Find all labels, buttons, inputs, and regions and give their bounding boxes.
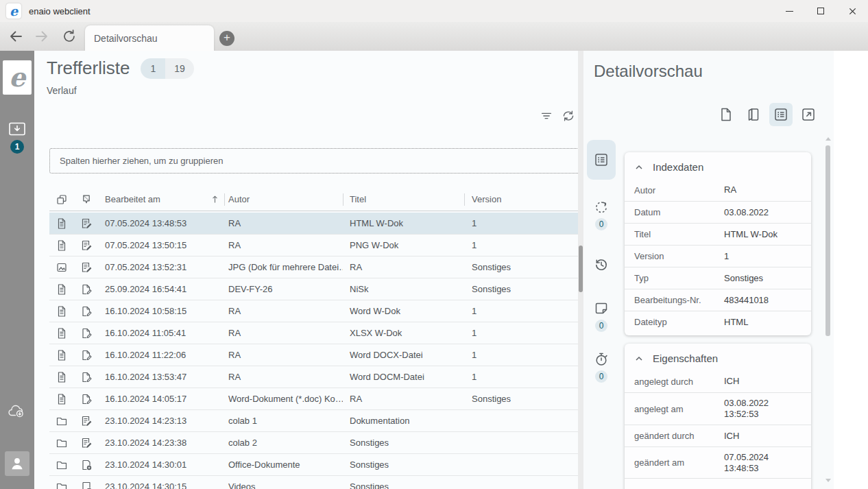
user-avatar-button[interactable] xyxy=(5,451,29,476)
enaio-sidebar-logo[interactable]: e xyxy=(3,60,32,95)
cell-version: 1 xyxy=(464,350,584,360)
folder-icon xyxy=(56,437,68,449)
page-edit-icon xyxy=(80,393,93,405)
document-edit-icon xyxy=(80,239,93,252)
table-row[interactable]: 07.05.2024 13:52:31JPG (Dok für mehrere … xyxy=(49,257,588,278)
forward-button[interactable] xyxy=(34,28,50,45)
rail-item-indexdata-list[interactable] xyxy=(587,140,616,180)
cell-bearbeitet-am: 07.05.2024 13:50:15 xyxy=(99,240,224,250)
table-row[interactable]: 23.10.2024 14:23:38colab 2Sonstiges xyxy=(49,432,588,454)
field-value: ICH xyxy=(724,431,801,442)
image-icon xyxy=(56,261,68,274)
column-divider[interactable] xyxy=(464,193,465,206)
eigenschaften-card: Eigenschaften angelegt durchICHangelegt … xyxy=(625,344,811,489)
window-titlebar: e enaio webclient xyxy=(0,0,868,22)
object-type-column-icon[interactable] xyxy=(56,193,68,206)
hitlist-subtitle: Verlauf xyxy=(47,85,77,96)
scroll-up-arrow-icon[interactable] xyxy=(825,137,831,141)
field-label: Dateityp xyxy=(634,317,724,327)
view-tab-document-preview[interactable] xyxy=(714,103,738,126)
section-header-eigenschaften[interactable]: Eigenschaften xyxy=(625,344,811,370)
column-divider[interactable] xyxy=(224,193,225,206)
cell-autor: RA xyxy=(224,372,343,382)
field-value: 07.05.2024 13:48:53 xyxy=(724,452,801,474)
table-row[interactable]: 07.05.2024 13:50:15RAPNG W-Dok1 xyxy=(49,235,588,257)
close-button[interactable] xyxy=(836,0,868,22)
page-edit-icon xyxy=(80,305,93,318)
table-row[interactable]: 07.05.2024 13:48:53RAHTML W-Dok1 xyxy=(49,213,588,235)
cell-version: 1 xyxy=(464,372,584,382)
refresh-button[interactable] xyxy=(561,108,576,123)
rail-item-history[interactable] xyxy=(593,257,610,273)
detail-scrollbar-thumb[interactable] xyxy=(825,145,830,336)
notes-icon xyxy=(593,300,610,317)
new-tab-button[interactable]: + xyxy=(219,31,234,46)
cell-autor: colab 1 xyxy=(224,416,343,426)
rail-count-badge: 0 xyxy=(595,370,607,383)
section-header-indexdaten[interactable]: Indexdaten xyxy=(625,152,811,179)
section-title: Indexdaten xyxy=(653,161,703,173)
table-row[interactable]: 23.10.2024 14:23:13colab 1Dokumentation xyxy=(49,410,588,432)
reload-button[interactable] xyxy=(61,28,77,45)
scroll-down-arrow-icon[interactable] xyxy=(825,479,831,482)
column-header-autor[interactable]: Autor xyxy=(224,194,343,204)
detail-rail: 000 xyxy=(586,140,617,383)
cell-version: 1 xyxy=(464,240,584,250)
rail-item-workflow-circulation[interactable]: 0 xyxy=(593,199,610,230)
rail-item-notes[interactable]: 0 xyxy=(593,300,610,332)
cell-titel: Sonstiges xyxy=(343,460,464,470)
table-row[interactable]: 23.10.2024 14:30:01Office-DokumenteSonst… xyxy=(49,454,588,476)
minimize-button[interactable] xyxy=(773,0,805,22)
cell-titel: PNG W-Dok xyxy=(343,240,464,250)
offline-sync-button[interactable] xyxy=(8,403,27,420)
follow-up-timer-icon xyxy=(593,351,610,368)
cell-bearbeitet-am: 16.10.2024 14:05:17 xyxy=(99,394,224,404)
table-row[interactable]: 16.10.2024 14:05:17Word-Dokument (*.doc)… xyxy=(49,388,588,410)
tab-detailvorschau[interactable]: Detailvorschau xyxy=(85,25,214,51)
column-header-version[interactable]: Version xyxy=(464,194,584,204)
detail-field-row: angelegt am03.08.2022 13:52:53 xyxy=(625,392,811,425)
detail-field-row: TitelHTML W-Dok xyxy=(625,223,811,245)
table-row[interactable]: 25.09.2024 16:54:41DEV-FY-26NiSkSonstige… xyxy=(49,278,588,300)
cell-autor: RA xyxy=(224,240,343,250)
view-tab-indexdata-list[interactable] xyxy=(769,103,793,126)
document-preview-icon xyxy=(718,106,734,123)
filter-button[interactable] xyxy=(539,108,554,123)
column-header-bearbeitet-am[interactable]: Bearbeitet am xyxy=(99,194,224,204)
cell-titel: Word W-Dok xyxy=(343,306,464,316)
detail-title: Detailvorschau xyxy=(594,62,703,81)
field-value: HTML W-Dok xyxy=(724,229,801,240)
cloud-download-icon xyxy=(8,403,27,420)
table-row[interactable]: 16.10.2024 13:53:47RAWord DOCM-Datei1 xyxy=(49,366,588,388)
maximize-button[interactable] xyxy=(805,0,836,22)
chevron-up-icon xyxy=(634,163,644,172)
detail-field-row: Datum03.08.2022 xyxy=(625,201,811,223)
detail-field-row: geändert am07.05.2024 13:48:53 xyxy=(625,446,811,479)
view-tab-open-in-window[interactable] xyxy=(797,103,820,126)
field-value: 03.08.2022 13:52:53 xyxy=(724,398,801,420)
rail-count-badge: 0 xyxy=(595,320,607,332)
rail-item-follow-up-timer[interactable]: 0 xyxy=(593,351,610,383)
field-label: angelegt am xyxy=(634,404,724,414)
cell-autor: colab 2 xyxy=(224,438,343,448)
table-row[interactable]: 16.10.2024 11:22:06RAWord DOCX-Datei1 xyxy=(49,344,588,366)
cell-version: Sonstiges xyxy=(464,262,584,272)
open-in-window-icon xyxy=(800,106,817,123)
back-button[interactable] xyxy=(8,28,24,45)
table-row[interactable]: 23.10.2024 14:30:15VideosSonstiges xyxy=(49,476,588,489)
group-by-dropzone[interactable]: Spalten hierher ziehen, um zu gruppieren xyxy=(49,148,599,174)
annotation-pin-column-icon[interactable] xyxy=(80,193,93,206)
table-row[interactable]: 16.10.2024 10:58:15RAWord W-Dok1 xyxy=(49,300,588,322)
cell-version: 1 xyxy=(464,328,584,338)
page-scrollbar-thumb[interactable] xyxy=(579,246,583,292)
page-scrollbar[interactable] xyxy=(578,51,583,489)
cell-version: 1 xyxy=(464,218,584,228)
column-divider[interactable] xyxy=(343,193,343,206)
detail-scrollbar[interactable] xyxy=(825,136,832,489)
column-header-titel[interactable]: Titel xyxy=(343,194,464,204)
table-row[interactable]: 16.10.2024 11:05:41RAXLSX W-Dok1 xyxy=(49,322,588,344)
cell-bearbeitet-am: 23.10.2024 14:30:15 xyxy=(99,481,224,489)
document-icon xyxy=(56,393,68,405)
view-tab-object-preview[interactable] xyxy=(742,103,765,126)
inbox-tray-button[interactable] xyxy=(8,121,27,137)
